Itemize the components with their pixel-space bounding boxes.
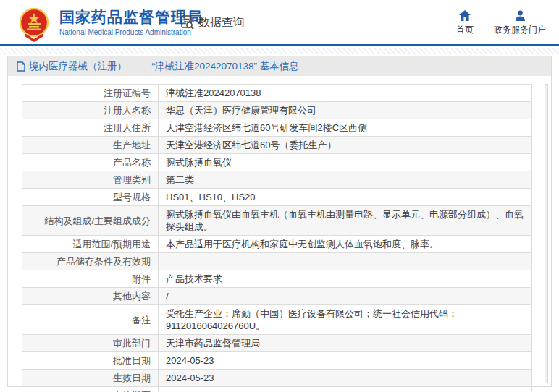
table-row: 型号规格HS01、HS10、HS20	[22, 189, 532, 206]
row-label: 批准日期	[22, 352, 159, 370]
row-value: 华思（天津）医疗健康管理有限公司	[159, 102, 532, 119]
row-label: 附件	[22, 270, 159, 288]
row-label: 注册人住所	[22, 119, 159, 137]
registration-info-table-wrap: 注册证编号津械注准20242070138注册人名称华思（天津）医疗健康管理有限公…	[22, 84, 532, 392]
row-value: 天津空港经济区纬七道60号研发车间2楼C区西侧	[159, 119, 532, 137]
user-icon	[515, 10, 526, 21]
row-label: 注册证编号	[22, 85, 159, 102]
row-label: 适用范围/预期用途	[22, 236, 159, 253]
table-row: 生产地址天津空港经济区纬七道60号（委托生产）	[22, 137, 532, 154]
nav-item-home[interactable]: 首页	[456, 10, 474, 36]
hatch-strip	[0, 48, 559, 54]
national-emblem-icon	[17, 7, 51, 42]
row-value: 腕式脉搏血氧仪由血氧主机（血氧主机由测量电路、显示单元、电源部分组成）、血氧探头…	[159, 206, 532, 236]
row-value: 2029-05-22	[159, 387, 532, 392]
site-header: 国家药品监督管理局 National Medical Products Admi…	[0, 0, 559, 46]
row-value: 受托生产企业：席勤（中国）医疗设备有限公司；统一社会信用代码：911201606…	[159, 305, 532, 335]
row-value: /	[159, 288, 532, 305]
registration-info-table: 注册证编号津械注准20242070138注册人名称华思（天津）医疗健康管理有限公…	[22, 84, 532, 392]
row-value	[159, 253, 532, 270]
row-label: 其他内容	[22, 288, 159, 305]
table-row: 产品储存条件及有效期	[22, 253, 532, 270]
row-value: 产品技术要求	[159, 270, 532, 288]
row-label: 结构及组成/主要组成成分	[22, 206, 159, 236]
row-label: 备注	[22, 305, 159, 335]
page-title-bar: 境内医疗器械（注册） —— “津械注准20242070138” 基本信息	[8, 56, 551, 76]
row-label: 生产地址	[22, 137, 159, 154]
table-row: 注册人住所天津空港经济区纬七道60号研发车间2楼C区西侧	[22, 119, 532, 137]
data-query-tab[interactable]: 数据查询	[180, 14, 245, 30]
data-query-label: 数据查询	[198, 15, 245, 30]
home-icon	[459, 10, 471, 21]
table-row: 结构及组成/主要组成成分腕式脉搏血氧仪由血氧主机（血氧主机由测量电路、显示单元、…	[22, 206, 532, 236]
row-label: 生效日期	[22, 370, 159, 387]
doc-search-icon	[180, 14, 196, 30]
row-label: 型号规格	[22, 189, 159, 206]
nav-home-label: 首页	[456, 24, 474, 36]
table-row: 附件产品技术要求	[22, 270, 532, 288]
table-row: 批准日期2024-05-23	[22, 352, 532, 370]
row-value: 第二类	[159, 171, 532, 189]
row-value: 天津市药品监督管理局	[159, 335, 532, 352]
row-value: 本产品适用于医疗机构和家庭中无创监测人体血氧饱和度、脉率。	[159, 236, 532, 253]
table-row: 审批部门天津市药品监督管理局	[22, 335, 532, 352]
row-value: 2024-05-23	[159, 352, 532, 370]
row-label: 审批部门	[22, 335, 159, 352]
table-row: 管理类别第二类	[22, 171, 532, 189]
row-value: 天津空港经济区纬七道60号（委托生产）	[159, 137, 532, 154]
nav-portal-label: 政务服务门户	[494, 24, 546, 36]
table-row: 生效日期2024-05-23	[22, 370, 532, 387]
row-label: 有效期至	[22, 387, 159, 392]
row-value: HS01、HS10、HS20	[159, 189, 532, 206]
national-emblem-logo	[17, 7, 51, 42]
table-row: 备注受托生产企业：席勤（中国）医疗设备有限公司；统一社会信用代码：9112016…	[22, 305, 532, 335]
vertical-scrollbar[interactable]	[545, 84, 548, 383]
page-title: 境内医疗器械（注册） —— “津械注准20242070138” 基本信息	[29, 60, 299, 73]
row-label: 管理类别	[22, 171, 159, 189]
content-panel: 境内医疗器械（注册） —— “津械注准20242070138” 基本信息 注册证…	[7, 56, 552, 387]
info-table-body: 注册证编号津械注准20242070138注册人名称华思（天津）医疗健康管理有限公…	[22, 85, 532, 392]
row-label: 产品储存条件及有效期	[22, 253, 159, 270]
nav-item-portal[interactable]: 政务服务门户	[494, 10, 546, 36]
table-row: 注册人名称华思（天津）医疗健康管理有限公司	[22, 102, 532, 119]
table-row: 适用范围/预期用途本产品适用于医疗机构和家庭中无创监测人体血氧饱和度、脉率。	[22, 236, 532, 253]
table-row: 注册证编号津械注准20242070138	[22, 85, 532, 102]
row-value: 2024-05-23	[159, 370, 532, 387]
row-label: 产品名称	[22, 154, 159, 171]
row-value: 津械注准20242070138	[159, 85, 532, 102]
table-row: 有效期至2029-05-22	[22, 387, 532, 392]
row-value: 腕式脉搏血氧仪	[159, 154, 532, 171]
document-icon	[17, 61, 25, 72]
table-row: 其他内容/	[22, 288, 532, 305]
row-label: 注册人名称	[22, 102, 159, 119]
top-nav: 首页 政务服务门户	[456, 10, 546, 36]
table-row: 产品名称腕式脉搏血氧仪	[22, 154, 532, 171]
